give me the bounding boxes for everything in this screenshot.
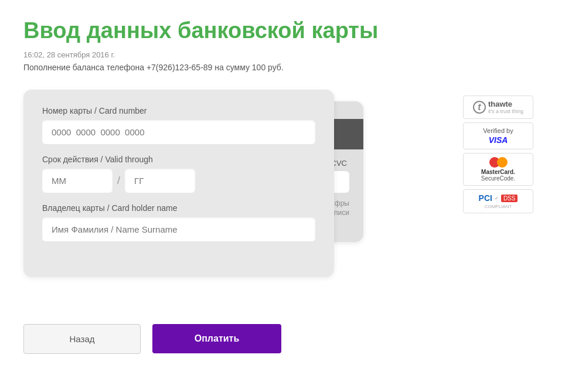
expiry-label: Срок действия / Valid through <box>42 155 315 164</box>
mastercard-line1: MasterCard. <box>481 169 515 175</box>
card-form-wrapper: Номер карты / Card number Срок действия … <box>23 90 445 301</box>
visa-line2: VISA <box>489 135 508 145</box>
cardholder-label: Владелец карты / Card holder name <box>42 203 315 213</box>
description: Пополнение баланса телефона +7(926)123-6… <box>23 63 549 72</box>
pci-checkmark: ✓ <box>495 196 499 201</box>
thawte-subtitle: it's a trust thing <box>488 108 523 114</box>
pci-badge-content: PCI ✓ DSS COMPLIANT <box>479 193 518 209</box>
pci-dss: DSS <box>501 195 518 202</box>
mastercard-orange-circle <box>497 157 508 168</box>
expiry-month-input[interactable] <box>42 169 113 193</box>
cardholder-input[interactable] <box>42 217 315 241</box>
thawte-badge-content: t thawte it's a trust thing <box>473 100 523 114</box>
page-title: Ввод данных банковской карты <box>23 18 549 45</box>
buttons-row: Назад Оплатить <box>23 324 549 354</box>
security-badges: t thawte it's a trust thing Verified by … <box>463 96 533 213</box>
mastercard-circles <box>481 157 515 168</box>
expiry-year-input[interactable] <box>125 169 195 193</box>
card-number-label: Номер карты / Card number <box>42 106 315 115</box>
pci-text: PCI ✓ DSS <box>479 193 518 203</box>
expiry-separator: / <box>113 175 125 187</box>
thawte-badge: t thawte it's a trust thing <box>463 96 533 119</box>
expiry-row: / <box>42 169 315 193</box>
mastercard-badge-content: MasterCard. SecureCode. <box>481 157 515 182</box>
main-content: Номер карты / Card number Срок действия … <box>23 90 549 301</box>
mastercard-badge: MasterCard. SecureCode. <box>463 153 533 186</box>
card-front: Номер карты / Card number Срок действия … <box>23 90 334 277</box>
pci-label: PCI <box>479 193 492 203</box>
thawte-text: thawte it's a trust thing <box>488 100 523 114</box>
pay-button[interactable]: Оплатить <box>152 324 281 353</box>
visa-badge: Verified by VISA <box>463 122 533 149</box>
card-number-input[interactable] <box>42 120 315 144</box>
thawte-name: thawte <box>488 100 523 108</box>
back-button[interactable]: Назад <box>23 324 141 354</box>
visa-badge-content: Verified by VISA <box>483 127 513 145</box>
visa-line1: Verified by <box>483 127 513 135</box>
thawte-icon: t <box>473 101 486 114</box>
pci-compliant: COMPLIANT <box>479 204 518 209</box>
timestamp: 16:02, 28 сентября 2016 г. <box>23 50 549 59</box>
pci-badge: PCI ✓ DSS COMPLIANT <box>463 189 533 213</box>
mastercard-line2: SecureCode. <box>481 175 515 182</box>
